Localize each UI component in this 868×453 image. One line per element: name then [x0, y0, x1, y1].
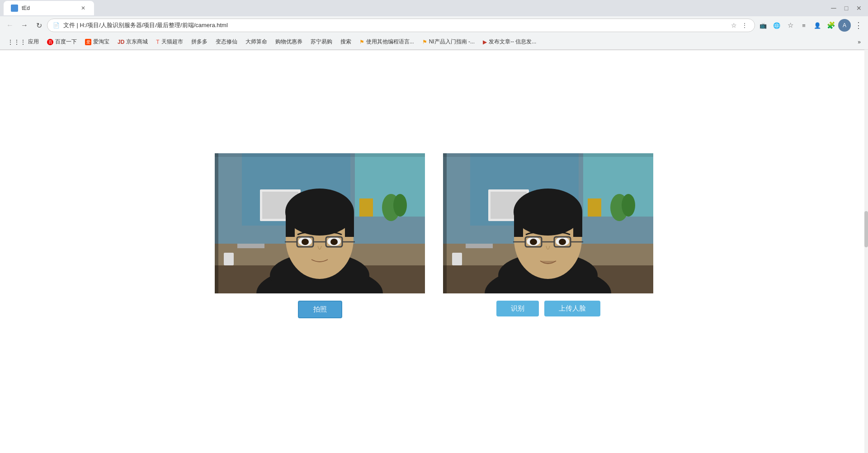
svg-point-38: [622, 194, 635, 217]
captured-video: [443, 153, 653, 293]
browser-chrome: tEd ✕ ─ □ ✕ ← → ↻ 📄 文件 | H:/项目/人脸识别服务器/项…: [0, 0, 868, 50]
star-button[interactable]: ☆: [784, 19, 797, 32]
tab-close-button[interactable]: ✕: [80, 5, 87, 12]
forward-button[interactable]: →: [18, 19, 31, 32]
bookmark-aitaobao[interactable]: 爱 爱淘宝: [81, 36, 113, 47]
bookmark-other-lang-label: 使用其他编程语言...: [366, 38, 414, 46]
collection-button[interactable]: ≡: [797, 19, 810, 32]
captured-section: 识别 上传人脸: [443, 153, 653, 316]
tab-bar: tEd ✕ ─ □ ✕: [0, 0, 868, 16]
file-icon: 📄: [53, 22, 60, 28]
svg-point-22: [330, 239, 338, 245]
photo-button[interactable]: 拍照: [298, 301, 342, 318]
svg-rect-28: [224, 253, 234, 265]
svg-rect-29: [215, 153, 218, 293]
recognize-button[interactable]: 识别: [496, 301, 539, 316]
cast-button[interactable]: 📺: [757, 19, 769, 32]
profile-avatar[interactable]: A: [838, 19, 851, 32]
bookmark-suning-label: 苏宁易购: [311, 38, 332, 46]
bookmark-game[interactable]: 变态修仙: [212, 36, 241, 47]
scrollbar-thumb[interactable]: [864, 211, 868, 247]
upload-face-button[interactable]: 上传人脸: [544, 301, 600, 316]
bookmark-ni-label: NI产品入门指南 -...: [429, 38, 475, 46]
camera-container: 拍照: [215, 153, 653, 318]
svg-rect-49: [573, 212, 582, 237]
bookmark-tmall[interactable]: T 天猫超市: [152, 36, 186, 47]
svg-rect-17: [286, 212, 295, 237]
bookmark-coupon[interactable]: 购物优惠券: [272, 36, 306, 47]
svg-point-16: [285, 189, 354, 236]
bookmark-publish[interactable]: ▶ 发布文章-- 信息发...: [479, 36, 540, 47]
bookmark-apps-label: 应用: [28, 38, 39, 46]
extension-button[interactable]: 🧩: [825, 19, 837, 32]
maximize-button[interactable]: □: [841, 3, 852, 14]
bookmark-pinduoduo[interactable]: 拼多多: [188, 36, 211, 47]
bookmark-star-icon[interactable]: ☆: [729, 22, 738, 29]
bookmark-baidu[interactable]: 百 百度一下: [43, 36, 80, 47]
tab-title: tEd: [22, 5, 76, 11]
back-button[interactable]: ←: [4, 19, 16, 32]
svg-point-7: [393, 194, 407, 217]
svg-rect-41: [466, 244, 493, 248]
nav-bar: ← → ↻ 📄 文件 | H:/项目/人脸识别服务器/项目/最后整理/前端/ca…: [0, 16, 868, 34]
bookmark-jd-label: 京东商城: [126, 38, 148, 46]
svg-point-21: [302, 239, 309, 245]
svg-rect-10: [237, 244, 264, 248]
bookmark-ni[interactable]: ⚑ NI产品入门指南 -...: [419, 36, 478, 47]
customize-icon[interactable]: ⋮: [740, 22, 749, 29]
bookmark-search[interactable]: 搜索: [337, 36, 355, 47]
bookmark-game-label: 变态修仙: [216, 38, 237, 46]
svg-rect-61: [443, 153, 653, 157]
bookmark-pinduoduo-label: 拼多多: [191, 38, 208, 46]
bookmark-jd[interactable]: JD 京东商城: [114, 36, 151, 47]
browser-right-controls: 📺 🌐 ☆ ≡ 👤 🧩 A ⋮: [757, 19, 864, 32]
active-tab[interactable]: tEd ✕: [4, 1, 94, 15]
bookmark-publish-label: 发布文章-- 信息发...: [489, 38, 536, 46]
recognize-buttons: 识别 上传人脸: [496, 301, 600, 316]
svg-rect-48: [514, 212, 523, 237]
bookmark-fortune[interactable]: 大师算命: [242, 36, 271, 47]
bookmark-apps[interactable]: ⋮⋮⋮ 应用: [4, 36, 42, 47]
svg-rect-5: [359, 198, 373, 217]
menu-button[interactable]: ⋮: [852, 19, 864, 32]
bookmark-baidu-label: 百度一下: [55, 38, 77, 46]
profile-button[interactable]: 👤: [811, 19, 824, 32]
live-video: [215, 153, 425, 293]
live-camera-section: 拍照: [215, 153, 425, 318]
svg-point-47: [514, 189, 582, 236]
minimize-button[interactable]: ─: [828, 3, 839, 14]
bookmark-aitaobao-label: 爱淘宝: [93, 38, 109, 46]
svg-rect-30: [215, 153, 425, 157]
page-content: 拍照: [0, 50, 868, 439]
svg-rect-36: [588, 198, 601, 217]
svg-rect-60: [443, 153, 447, 293]
bookmark-fortune-label: 大师算命: [245, 38, 267, 46]
refresh-button[interactable]: ↻: [33, 19, 45, 32]
bookmark-coupon-label: 购物优惠券: [275, 38, 302, 46]
svg-point-53: [559, 239, 566, 245]
photo-buttons: 拍照: [298, 301, 342, 318]
bookmark-other-lang[interactable]: ⚑ 使用其他编程语言...: [356, 36, 418, 47]
url-text: 文件 | H:/项目/人脸识别服务器/项目/最后整理/前端/camera.htm…: [63, 21, 726, 29]
address-bar-icons: ☆ ⋮: [729, 22, 749, 29]
translate-button[interactable]: 🌐: [770, 19, 783, 32]
bookmark-tmall-label: 天猫超市: [161, 38, 183, 46]
bookmark-more[interactable]: »: [854, 37, 864, 47]
tab-favicon: [11, 5, 18, 12]
svg-rect-59: [452, 253, 462, 265]
bookmark-suning[interactable]: 苏宁易购: [307, 36, 336, 47]
close-button[interactable]: ✕: [854, 3, 864, 14]
bookmark-search-label: 搜索: [340, 38, 351, 46]
svg-rect-18: [345, 212, 354, 237]
svg-point-52: [530, 239, 537, 245]
address-bar[interactable]: 📄 文件 | H:/项目/人脸识别服务器/项目/最后整理/前端/camera.h…: [47, 19, 755, 32]
bookmarks-bar: ⋮⋮⋮ 应用 百 百度一下 爱 爱淘宝 JD 京东商城 T 天猫超市 拼多多 变…: [0, 34, 868, 50]
scrollbar[interactable]: [864, 50, 868, 439]
